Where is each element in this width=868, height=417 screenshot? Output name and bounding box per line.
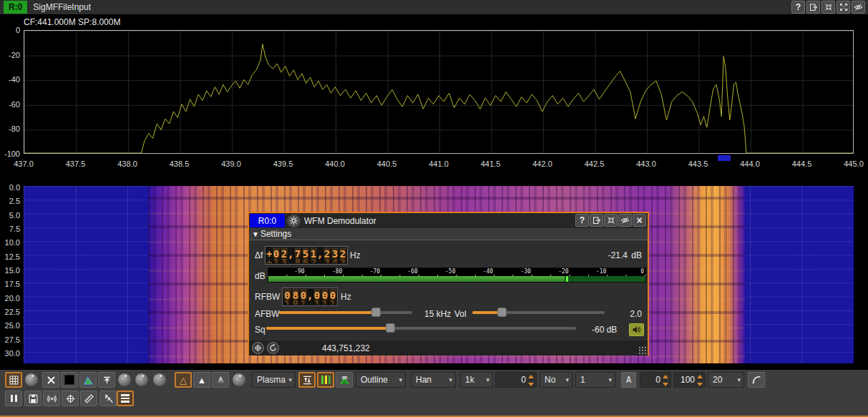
squelch-slider[interactable] bbox=[266, 323, 576, 333]
dialog-move-button[interactable] bbox=[590, 214, 603, 227]
decay-divisor-knob[interactable] bbox=[135, 373, 149, 387]
clear-spectrum-button[interactable] bbox=[42, 372, 59, 388]
calibration-button[interactable] bbox=[748, 372, 765, 388]
trace-color-button[interactable] bbox=[61, 372, 78, 388]
offset-spinbox[interactable]: 0 bbox=[495, 372, 537, 388]
dialog-shrink-button[interactable] bbox=[604, 214, 618, 227]
stroke-knob[interactable] bbox=[152, 373, 167, 387]
channel-index-badge[interactable]: R0:0 bbox=[250, 214, 285, 227]
spectrum-display-button[interactable] bbox=[79, 372, 97, 388]
squelch-label: Sq bbox=[255, 325, 265, 335]
dialog-titlebar[interactable]: R0:0 WFM Demodulator ? × bbox=[249, 213, 648, 228]
settings-rollup[interactable]: ▼ Settings bbox=[249, 228, 648, 240]
websocket-spectrum-button[interactable] bbox=[43, 391, 60, 406]
ref-level-spinbox[interactable]: 0 bbox=[640, 372, 671, 388]
dial-digit[interactable]: 23 bbox=[323, 247, 331, 263]
wfm-demodulator-dialog[interactable]: R0:0 WFM Demodulator ? × ▼ Setti bbox=[248, 212, 649, 355]
channel-power-unit: dB bbox=[631, 250, 642, 260]
tick-label: 443.5 bbox=[688, 160, 708, 168]
spin-arrows-icon[interactable] bbox=[663, 375, 669, 386]
tick-label: -10 bbox=[596, 268, 608, 275]
freeze-button[interactable] bbox=[5, 391, 22, 406]
help-button[interactable]: ? bbox=[791, 1, 805, 14]
save-icon bbox=[29, 394, 38, 403]
dial-digit[interactable]: 01 bbox=[321, 289, 328, 305]
markers-button[interactable] bbox=[62, 391, 79, 406]
spectrum-bars-button[interactable] bbox=[317, 372, 334, 388]
frequency-dial[interactable]: ++0123,,785612,,233423 bbox=[265, 246, 348, 265]
spin-arrows-icon[interactable] bbox=[528, 375, 535, 386]
dial-digit[interactable]: 34 bbox=[331, 247, 338, 263]
fft-window-dropdown[interactable]: Han ▾ bbox=[411, 372, 456, 388]
frequency-tracking-button[interactable] bbox=[252, 342, 264, 354]
maximize-button[interactable] bbox=[837, 1, 850, 14]
tick-label: 15.0 bbox=[0, 266, 20, 275]
dial-digit[interactable]: 01 bbox=[283, 289, 291, 305]
spectrum-plot[interactable] bbox=[24, 30, 854, 154]
fft-size-dropdown[interactable]: 1k ▾ bbox=[460, 372, 493, 388]
decay-knob[interactable] bbox=[117, 373, 132, 387]
autoscale-button[interactable] bbox=[298, 372, 316, 388]
averaging-mode-dropdown[interactable]: No ▾ bbox=[540, 372, 572, 388]
tick-label: 27.5 bbox=[0, 335, 20, 344]
hide-button[interactable] bbox=[852, 1, 865, 14]
style-dropdown[interactable]: Outline ▾ bbox=[356, 372, 406, 388]
afbw-slider-handle[interactable] bbox=[371, 308, 381, 317]
dialog-hide-button[interactable] bbox=[618, 214, 632, 227]
gradient-knob[interactable] bbox=[232, 373, 246, 387]
rfbw-dial[interactable]: 018901,,010101 bbox=[282, 288, 338, 306]
dial-digit[interactable]: 89 bbox=[291, 289, 299, 305]
calipers-button[interactable] bbox=[99, 391, 117, 406]
max-hold-button[interactable] bbox=[98, 372, 115, 388]
dial-digit[interactable]: 01 bbox=[313, 289, 321, 305]
averaging-count-dropdown[interactable]: 1 ▾ bbox=[575, 372, 615, 388]
dial-digit[interactable]: 01 bbox=[299, 289, 307, 305]
move-to-workspace-button[interactable] bbox=[806, 1, 820, 14]
tick-label: 5.0 bbox=[0, 211, 20, 220]
dial-digit[interactable]: 01 bbox=[328, 289, 336, 305]
tick-label: 25.0 bbox=[0, 321, 20, 330]
hamburger-menu-icon bbox=[121, 394, 130, 403]
spectrum-menu-button[interactable] bbox=[117, 391, 134, 406]
vol-value: 2.0 bbox=[630, 309, 642, 319]
refresh-button[interactable] bbox=[267, 342, 279, 354]
tick-label: -40 bbox=[483, 268, 494, 275]
grid-intensity-knob[interactable] bbox=[24, 373, 39, 387]
dialog-close-button[interactable]: × bbox=[633, 214, 646, 227]
afbw-slider[interactable] bbox=[279, 308, 412, 318]
histogram-outline-button[interactable]: △ bbox=[175, 372, 192, 388]
dial-digit[interactable]: 23 bbox=[338, 247, 346, 263]
delta-f-unit: Hz bbox=[350, 250, 361, 260]
tick-label: 0.0 bbox=[0, 183, 20, 192]
tick-label: 442.5 bbox=[585, 160, 605, 168]
channel-marker[interactable] bbox=[718, 155, 731, 161]
dial-digit[interactable]: 23 bbox=[280, 247, 288, 263]
autoscale-a-button[interactable]: A bbox=[621, 372, 636, 388]
volume-slider[interactable] bbox=[472, 308, 605, 318]
device-title: SigMFFileInput bbox=[33, 2, 91, 12]
dial-digit[interactable]: 78 bbox=[293, 247, 301, 263]
decay-dropdown[interactable]: 20 ▾ bbox=[708, 372, 744, 388]
dial-digit[interactable]: 56 bbox=[301, 247, 309, 263]
range-spinbox[interactable]: 100 bbox=[673, 372, 706, 388]
spin-arrows-icon[interactable] bbox=[697, 375, 703, 386]
shrink-button[interactable] bbox=[821, 1, 835, 14]
resize-grip[interactable] bbox=[638, 346, 647, 355]
measure-button[interactable] bbox=[80, 391, 97, 406]
dial-digit[interactable]: 12 bbox=[309, 247, 317, 263]
dial-separator: ,, bbox=[317, 247, 323, 263]
grid-toggle-button[interactable] bbox=[5, 372, 22, 388]
spectrogram-3d-button[interactable]: 3D bbox=[336, 372, 353, 388]
histogram-gradient-button[interactable] bbox=[212, 372, 229, 388]
histogram-filled-button[interactable]: ▲ bbox=[193, 372, 210, 388]
channel-settings-button[interactable] bbox=[287, 215, 301, 227]
volume-slider-handle[interactable] bbox=[497, 308, 507, 317]
colormap-dropdown[interactable]: Plasma ▾ bbox=[252, 372, 296, 388]
audio-mute-button[interactable] bbox=[629, 323, 644, 336]
fit-arrows-icon bbox=[303, 376, 312, 385]
squelch-slider-handle[interactable] bbox=[386, 323, 395, 333]
save-spectrum-button[interactable] bbox=[24, 391, 42, 406]
dial-digit[interactable]: 01 bbox=[272, 247, 280, 263]
dialog-help-button[interactable]: ? bbox=[575, 214, 589, 227]
device-index-badge[interactable]: R:0 bbox=[4, 1, 27, 14]
